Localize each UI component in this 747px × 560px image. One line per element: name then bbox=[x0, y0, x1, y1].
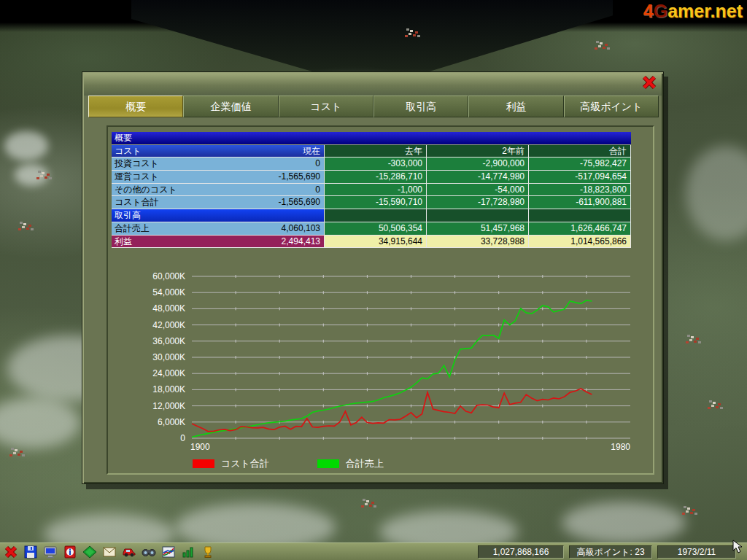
table-header-col: 合計 bbox=[529, 145, 631, 158]
row-value: -18,823,800 bbox=[529, 184, 631, 197]
map-town bbox=[22, 226, 25, 228]
map-town bbox=[689, 339, 692, 341]
legend-swatch bbox=[317, 459, 339, 468]
map-town bbox=[686, 510, 689, 513]
table-header-row: コスト現在去年2年前合計 bbox=[112, 145, 631, 158]
row-value: -17,728,980 bbox=[427, 196, 529, 209]
row-value: -2,900,000 bbox=[427, 158, 529, 171]
row-value: 1,626,466,747 bbox=[529, 222, 631, 236]
graphs-icon[interactable] bbox=[160, 545, 177, 559]
row-value: -303,000 bbox=[325, 158, 427, 171]
tab-profit[interactable]: 利益 bbox=[468, 96, 563, 117]
table-row: 取引高 bbox=[112, 209, 631, 222]
row-label-current: その他のコスト0 bbox=[112, 184, 325, 197]
row-value: -517,094,654 bbox=[529, 171, 631, 184]
row-value: -54,000 bbox=[427, 184, 529, 197]
factory-smoke bbox=[4, 131, 48, 160]
row-label-current: 取引高 bbox=[112, 209, 325, 222]
table-row: 投資コスト0-303,000-2,900,000-75,982,427 bbox=[112, 158, 631, 171]
tab-premium-points[interactable]: 高級ポイント bbox=[564, 96, 659, 117]
toolbar-buttons bbox=[3, 545, 220, 559]
table-row: 運営コスト-1,565,690-15,286,710-14,774,980-51… bbox=[112, 171, 631, 184]
map-icon[interactable] bbox=[82, 545, 98, 559]
row-value: -14,774,980 bbox=[427, 171, 529, 184]
row-value: -75,982,427 bbox=[529, 158, 631, 171]
map-town bbox=[409, 33, 411, 35]
4gamer-watermark: 4Gamer.net bbox=[643, 1, 743, 22]
messages-icon[interactable] bbox=[101, 545, 117, 559]
table-row: コスト合計-1,565,690-15,590,710-17,728,980-61… bbox=[112, 196, 631, 209]
row-label-current: 投資コスト0 bbox=[112, 158, 325, 171]
legend-label: 合計売上 bbox=[346, 457, 384, 470]
table-header-left: コスト現在 bbox=[112, 145, 325, 158]
bottom-toolbar: 1,027,868,166 高級ポイント: 23 1973/2/11 bbox=[0, 542, 747, 560]
watermark-amernet: amer.net bbox=[667, 1, 743, 21]
row-value: 50,506,354 bbox=[325, 222, 427, 236]
map-town bbox=[598, 45, 601, 47]
row-value bbox=[427, 209, 529, 222]
table-title: 概要 bbox=[112, 132, 631, 145]
save-icon[interactable] bbox=[23, 545, 39, 559]
watermark-4: 4 bbox=[643, 1, 654, 21]
row-value bbox=[529, 209, 631, 222]
row-value: 1,014,565,866 bbox=[529, 236, 631, 249]
map-town bbox=[40, 175, 43, 177]
tab-turnover[interactable]: 取引高 bbox=[374, 96, 468, 117]
mouse-cursor bbox=[732, 540, 744, 557]
row-value bbox=[325, 209, 427, 222]
charts-icon[interactable] bbox=[180, 545, 196, 559]
legend-swatch bbox=[193, 459, 214, 468]
date-status[interactable]: 1973/2/11 bbox=[657, 545, 736, 559]
legend-label: コスト合計 bbox=[221, 457, 269, 470]
row-label-current: 運営コスト-1,565,690 bbox=[112, 171, 325, 184]
legend-item: コスト合計 bbox=[193, 457, 269, 470]
vehicles-icon[interactable] bbox=[121, 545, 137, 559]
tab-costs[interactable]: コスト bbox=[279, 96, 374, 117]
table-row: 合計売上4,060,10350,506,35451,457,9681,626,4… bbox=[112, 222, 631, 236]
premium-points-status[interactable]: 高級ポイント: 23 bbox=[569, 545, 652, 559]
row-value: -15,590,710 bbox=[325, 196, 427, 209]
tab-company-value[interactable]: 企業価値 bbox=[183, 96, 278, 117]
map-town bbox=[365, 503, 368, 505]
row-value: 34,915,644 bbox=[325, 236, 427, 249]
info-icon[interactable] bbox=[62, 545, 78, 559]
row-label-current: コスト合計-1,565,690 bbox=[112, 196, 325, 209]
chart-legend: コスト合計合計売上 bbox=[193, 457, 432, 470]
map-town bbox=[13, 452, 16, 454]
watermark-g: G bbox=[654, 1, 667, 21]
finance-tabs: 概要企業価値コスト取引高利益高級ポイント bbox=[88, 96, 659, 117]
company-finances-window: 概要企業価値コスト取引高利益高級ポイント 概要コスト現在去年2年前合計投資コスト… bbox=[82, 71, 664, 484]
row-value: -15,286,710 bbox=[325, 171, 427, 184]
display-options-icon[interactable] bbox=[42, 545, 58, 559]
factory-smoke bbox=[15, 164, 48, 186]
tab-overview[interactable]: 概要 bbox=[88, 96, 183, 117]
row-value: 33,728,988 bbox=[427, 236, 529, 249]
exit-icon[interactable] bbox=[3, 545, 19, 559]
legend-item: 合計売上 bbox=[317, 457, 384, 470]
money-status[interactable]: 1,027,868,166 bbox=[478, 545, 564, 559]
find-icon[interactable] bbox=[141, 545, 157, 559]
table-header-col: 2年前 bbox=[427, 145, 529, 158]
map-town bbox=[711, 405, 714, 407]
cloud bbox=[562, 502, 686, 544]
row-value: -611,900,881 bbox=[529, 196, 631, 209]
table-header-col: 去年 bbox=[325, 145, 427, 158]
table-row: その他のコスト0-1,000-54,000-18,823,800 bbox=[112, 184, 631, 197]
table-row: 利益2,494,41334,915,64433,728,9881,014,565… bbox=[112, 236, 631, 249]
window-titlebar[interactable] bbox=[84, 74, 662, 96]
row-value: 51,457,968 bbox=[427, 222, 529, 236]
finance-table: 概要コスト現在去年2年前合計投資コスト0-303,000-2,900,000-7… bbox=[112, 132, 631, 248]
row-label-current: 利益2,494,413 bbox=[112, 236, 325, 249]
table-title-row: 概要 bbox=[112, 132, 631, 145]
close-icon[interactable] bbox=[642, 75, 657, 90]
awards-icon[interactable] bbox=[200, 545, 216, 559]
row-value: -1,000 bbox=[325, 184, 427, 197]
row-label-current: 合計売上4,060,103 bbox=[112, 222, 325, 236]
